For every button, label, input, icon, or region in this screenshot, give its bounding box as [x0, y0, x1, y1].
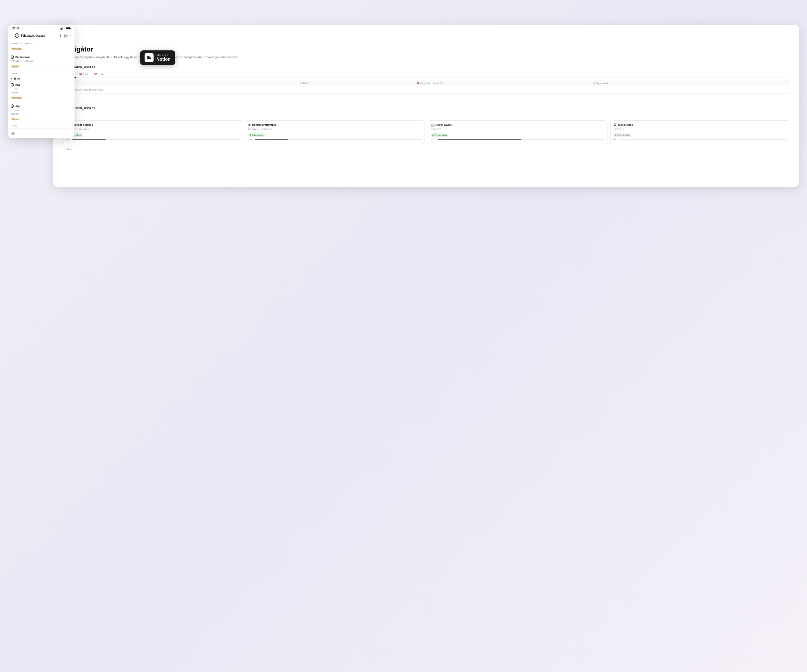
- status-icons: ≈: [60, 27, 70, 30]
- project-3-status-dot: [432, 134, 434, 136]
- col-add[interactable]: +: [768, 82, 779, 84]
- status-time: 20:18: [12, 27, 20, 30]
- table-empty-message: No filter results. Click to add a row.: [63, 86, 790, 94]
- project-3-progress-fill: [438, 139, 521, 140]
- col-deadline-label: Határidő / intervallum: [420, 82, 444, 84]
- project-4-status: Szüneteltetve: [613, 133, 632, 137]
- new-button-1[interactable]: + New: [8, 71, 75, 76]
- section-ho-label: Ho: [17, 78, 20, 80]
- comment-button[interactable]: 💬: [64, 34, 68, 38]
- project-card-3-header: 📋 Notion alapok: [431, 124, 604, 127]
- main-panel: 🧭 Navigátor Üdv, a teendőid digitális ir…: [53, 25, 799, 187]
- section-ho[interactable]: ▼ 🖥 Ho: [8, 76, 75, 81]
- subtask-araj-header: + Áraj: [11, 104, 72, 108]
- project-3-date: 2023/09/01: [431, 128, 604, 131]
- project-4-status-dot: [615, 134, 616, 136]
- tab-havi-icon: 📅: [94, 73, 97, 76]
- project-3-status-label: Folyamatban: [435, 134, 447, 136]
- project-4-name: Sütés, főzés: [618, 124, 633, 127]
- task-item-2[interactable]: + Barkácsolás 2023/09/02 → 2023/09/10 Ma…: [8, 53, 75, 71]
- subtask-kap[interactable]: + Kap Des 2023/08/ Mérsékelt: [8, 81, 75, 102]
- project-4-progress-label: 0%: [613, 138, 619, 141]
- project-card-3[interactable]: 📋 Notion alapok 2023/09/01 Folyamatban 5…: [428, 121, 608, 144]
- project-1-progress-fill: [72, 139, 106, 140]
- notion-brand: Notion: [156, 57, 171, 62]
- project-3-name: Notion alapok: [435, 124, 452, 127]
- project-3-progress-row: 50%: [431, 138, 604, 141]
- phone-sidebar: 20:18 ≈ ‹ + Feladatok, összes ⬆ 💬 ··· 20…: [8, 25, 75, 138]
- add-row-button[interactable]: + New: [62, 96, 790, 101]
- project-card-1[interactable]: ⛏ Homokozó készítés 2023/08/17 → 2023/09…: [62, 121, 242, 144]
- col-project: 🗂 Projekt(ek): [592, 82, 768, 84]
- phone-content: 2023/03/23 → 2023/03/27 Mérsékelt + Bark…: [8, 40, 75, 138]
- project-1-progress-label: 20%: [65, 138, 71, 141]
- subtask-araj-add-icon: +: [11, 104, 14, 108]
- task-item-1: 2023/03/23 → 2023/03/27 Mérsékelt: [8, 40, 75, 53]
- project-card-4[interactable]: 🍳 Sütés, főzés 2023/12/15 Szüneteltetve …: [610, 121, 790, 144]
- priority-badge-2: Magas: [11, 65, 20, 68]
- status-bar: 20:18 ≈: [8, 25, 75, 31]
- tab-heti-label: Heti: [83, 73, 88, 76]
- project-4-date: 2023/12/15: [613, 128, 787, 131]
- project-2-status-dot: [250, 134, 251, 136]
- task-add-icon-2: +: [11, 55, 14, 59]
- project-2-progress-bg: [255, 139, 422, 140]
- project-2-date: 2023/08/14 → 2023/10/31: [248, 128, 422, 131]
- nav-add-icon: +: [15, 33, 19, 38]
- wifi-icon: ≈: [64, 27, 65, 30]
- notion-badge: Made for Notion: [140, 50, 175, 65]
- tab-heti[interactable]: 📅 Heti: [76, 71, 91, 78]
- col-more[interactable]: ···: [779, 82, 788, 84]
- projects-section: 🗂 Projektek, összes ⊕ Aktív ⛏ Homokozó k…: [62, 106, 790, 152]
- project-3-icon: 📋: [431, 124, 434, 127]
- battery-icon: [66, 27, 70, 30]
- projects-section-label: 🗂 Projektek, összes: [62, 106, 790, 110]
- collapse-arrow-ho: ▼: [11, 78, 13, 80]
- project-4-status-label: Szüneteltetve: [617, 134, 630, 136]
- subtask-araj-subtitle: Des: [15, 109, 72, 112]
- share-button[interactable]: ⬆: [60, 34, 62, 38]
- notion-made-for: Made for: [156, 53, 171, 57]
- tasks-table: Aa Név ✦ Státusz 📅 Határidő / intervallu…: [62, 80, 790, 94]
- project-3-status: Folyamatban: [431, 133, 448, 137]
- back-button[interactable]: ‹: [11, 33, 13, 38]
- col-nev: Aa Név: [65, 82, 299, 84]
- projects-grid: ⛏ Homokozó készítés 2023/08/17 → 2023/09…: [62, 121, 790, 144]
- project-4-progress-row: 0%: [613, 138, 787, 141]
- project-1-date: 2023/08/17 → 2023/09/15: [65, 128, 239, 131]
- notion-logo-icon: [144, 53, 154, 62]
- subtask-kap-badge: Mérsékelt: [11, 97, 22, 99]
- col-status-label: Státusz: [302, 82, 311, 84]
- project-2-icon: 🖥: [248, 124, 251, 127]
- task-date-1: 2023/03/23 → 2023/03/27: [11, 43, 72, 45]
- tab-havi[interactable]: 📅 Havi: [91, 71, 107, 78]
- col-project-label: Projekt(ek): [596, 82, 608, 84]
- new-project-button[interactable]: + New: [62, 146, 790, 152]
- project-card-2[interactable]: 🖥 Honlap újratervezés 2023/08/14 → 2023/…: [245, 121, 425, 144]
- task-date-2: 2023/09/02 → 2023/09/10: [11, 60, 72, 62]
- project-card-4-header: 🍳 Sütés, főzés: [613, 124, 787, 127]
- tasks-section-label: ⊕ Feladatok, összes: [62, 65, 790, 69]
- signal-icon: [60, 27, 63, 30]
- subtask-araj-badge: Magas: [11, 118, 20, 121]
- project-card-2-header: 🖥 Honlap újratervezés: [248, 124, 422, 127]
- project-1-progress-row: 20%: [65, 138, 239, 141]
- more-button[interactable]: ···: [69, 34, 72, 37]
- subtask-araj[interactable]: + Áraj Des 2023/08/ Magas: [8, 102, 75, 124]
- subtask-araj-title: Áraj: [15, 105, 20, 108]
- nav-bar: ‹ + Feladatok, összes ⬆ 💬 ···: [8, 31, 75, 40]
- project-4-progress-bg: [620, 139, 787, 140]
- project-3-progress-bg: [438, 139, 604, 140]
- project-3-progress-label: 50%: [431, 138, 436, 141]
- project-1-progress-bg: [72, 139, 239, 140]
- tasks-table-header: Aa Név ✦ Státusz 📅 Határidő / intervallu…: [63, 80, 790, 86]
- project-2-status-label: Folyamatban: [252, 134, 264, 136]
- priority-badge-1: Mérsékelt: [11, 48, 22, 50]
- subtask-kap-title: Kap: [15, 83, 20, 86]
- tasks-section: ⊕ Feladatok, összes ☀ Mai 📅 Heti 📅 Havi …: [62, 65, 790, 101]
- tab-havi-label: Havi: [98, 73, 104, 76]
- task-title-2: Barkácsolás: [15, 56, 30, 58]
- col-deadline: 📅 Határidő / intervallum: [417, 82, 592, 84]
- project-2-progress-fill: [255, 139, 288, 140]
- new-button-2[interactable]: + New: [8, 124, 75, 128]
